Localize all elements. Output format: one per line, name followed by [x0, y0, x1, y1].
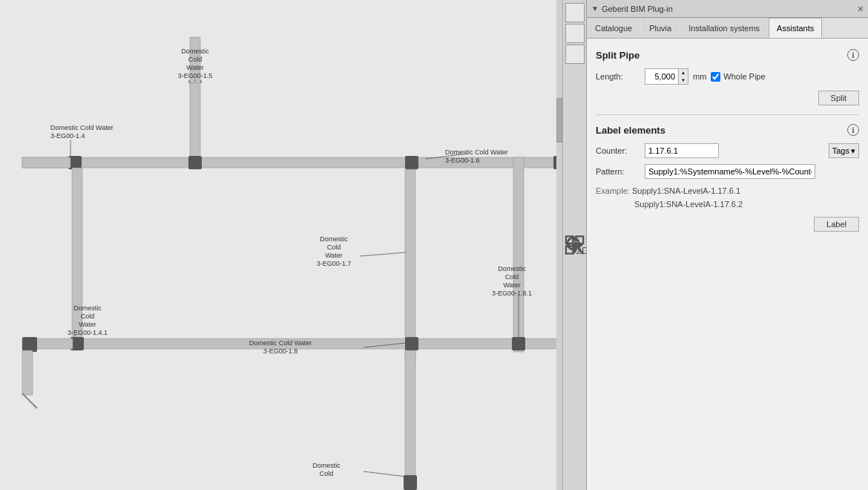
whole-pipe-checkbox[interactable] [711, 72, 720, 82]
svg-text:Water: Water [186, 64, 204, 71]
svg-rect-10 [188, 156, 202, 169]
tab-installation-systems[interactable]: Installation systems [680, 18, 768, 38]
svg-text:Domestic Cold Water: Domestic Cold Water [249, 339, 312, 347]
svg-marker-66 [579, 242, 583, 248]
length-unit: mm [693, 72, 706, 81]
svg-text:Domestic: Domestic [320, 235, 348, 243]
svg-text:Cold: Cold [505, 273, 519, 281]
svg-rect-1 [190, 82, 200, 160]
tab-assistants[interactable]: Assistants [769, 18, 822, 38]
label-button[interactable]: Label [814, 217, 859, 232]
svg-rect-3 [22, 157, 564, 168]
svg-text:Cold: Cold [320, 470, 334, 477]
pan-button[interactable] [565, 45, 585, 64]
svg-rect-0 [7, 0, 579, 490]
example-text: Example: Supply1:SNA-LevelA-1.17.6.1 Sup… [596, 185, 859, 211]
svg-text:Water: Water [503, 281, 521, 289]
svg-text:Water: Water [325, 252, 343, 259]
right-panel: ▼ Geberit BIM Plug-in × Catalogue Pluvia… [586, 0, 868, 490]
panel-titlebar: ▼ Geberit BIM Plug-in × [587, 0, 868, 18]
svg-text:Water: Water [79, 321, 96, 328]
pattern-label: Pattern: [596, 167, 640, 176]
svg-rect-20 [22, 350, 33, 395]
svg-rect-11 [74, 339, 564, 349]
split-pipe-info-icon[interactable]: ℹ [847, 49, 859, 61]
svg-rect-5 [22, 157, 70, 168]
length-label: Length: [596, 72, 640, 81]
svg-marker-65 [566, 242, 571, 248]
whole-pipe-label: Whole Pipe [723, 72, 765, 81]
tags-chevron: ▾ [851, 146, 855, 156]
whole-pipe-container: Whole Pipe [711, 72, 765, 82]
length-increment[interactable]: ▲ [679, 69, 688, 76]
pattern-input[interactable] [645, 164, 815, 179]
svg-text:3-EG00-1.7: 3-EG00-1.7 [317, 260, 352, 267]
panel-title: Geberit BIM Plug-in [602, 4, 673, 13]
counter-input[interactable] [645, 143, 719, 158]
split-pipe-title: Split Pipe [596, 50, 640, 61]
svg-text:Cold: Cold [188, 56, 203, 63]
example-line-1: Supply1:SNA-LevelA-1.17.6.1 [632, 186, 740, 195]
length-row: Length: ▲ ▼ mm Whole Pipe [596, 68, 859, 85]
example-line-2: Supply1:SNA-LevelA-1.17.6.2 [634, 200, 743, 209]
svg-text:Domestic: Domestic [181, 48, 209, 55]
svg-text:3-EG00-1.4: 3-EG00-1.4 [50, 132, 85, 140]
split-button[interactable]: Split [818, 91, 859, 105]
label-elements-info-icon[interactable]: ℹ [847, 124, 859, 136]
tab-catalogue[interactable]: Catalogue [587, 18, 640, 38]
svg-text:Cold: Cold [81, 313, 95, 320]
svg-text:Domestic Cold Water: Domestic Cold Water [50, 124, 114, 131]
close-button[interactable]: × [858, 4, 864, 14]
cad-viewport[interactable]: Domestic Cold Water 3-EG00-1.5 Domestic … [0, 0, 586, 490]
svg-text:3-EG00-1.4.1: 3-EG00-1.4.1 [68, 329, 108, 336]
panel-content: Split Pipe ℹ Length: ▲ ▼ mm Whole Pipe S… [587, 39, 868, 490]
svg-text:Cold: Cold [327, 244, 341, 251]
pin-icon: ▼ [591, 4, 599, 13]
svg-rect-15 [405, 350, 415, 490]
svg-rect-6 [405, 156, 418, 169]
svg-point-67 [572, 242, 578, 248]
label-elements-header: Label elements ℹ [596, 124, 859, 136]
svg-rect-8 [405, 169, 415, 362]
tags-button-label: Tags [832, 146, 849, 155]
cad-scrollbar[interactable] [556, 0, 562, 490]
svg-rect-19 [22, 337, 37, 352]
length-spinner[interactable]: ▲ ▼ [645, 68, 688, 85]
tab-pluvia[interactable]: Pluvia [641, 18, 680, 38]
svg-text:Domestic Cold Water: Domestic Cold Water [445, 148, 508, 156]
svg-text:3-EG00-1.8.1: 3-EG00-1.8.1 [492, 290, 532, 297]
scroll-thumb[interactable] [556, 98, 562, 143]
length-decrement[interactable]: ▼ [679, 76, 688, 84]
tags-button[interactable]: Tags ▾ [829, 143, 859, 158]
section-divider [596, 114, 859, 115]
svg-text:Domestic: Domestic [312, 462, 341, 469]
svg-text:Domestic: Domestic [498, 265, 526, 272]
pattern-row: Pattern: [596, 164, 859, 179]
cad-toolbar: 2D [562, 0, 586, 490]
example-label: Example: [596, 186, 630, 195]
length-input[interactable] [645, 69, 679, 84]
split-pipe-header: Split Pipe ℹ [596, 49, 859, 61]
svg-rect-21 [404, 475, 417, 490]
svg-marker-64 [572, 249, 578, 254]
svg-rect-14 [512, 337, 525, 350]
svg-text:Domestic: Domestic [73, 304, 102, 312]
svg-text:3-EG00-1.8: 3-EG00-1.8 [263, 347, 298, 355]
svg-text:3-EG00-1.6: 3-EG00-1.6 [445, 157, 480, 164]
counter-row: Counter: Tags ▾ [596, 143, 859, 158]
counter-label: Counter: [596, 146, 640, 155]
svg-text:3-EG00-1.5: 3-EG00-1.5 [178, 72, 213, 79]
svg-rect-12 [405, 337, 418, 350]
svg-marker-63 [572, 236, 578, 241]
label-elements-title: Label elements [596, 125, 665, 136]
tabs-bar: Catalogue Pluvia Installation systems As… [587, 18, 868, 39]
